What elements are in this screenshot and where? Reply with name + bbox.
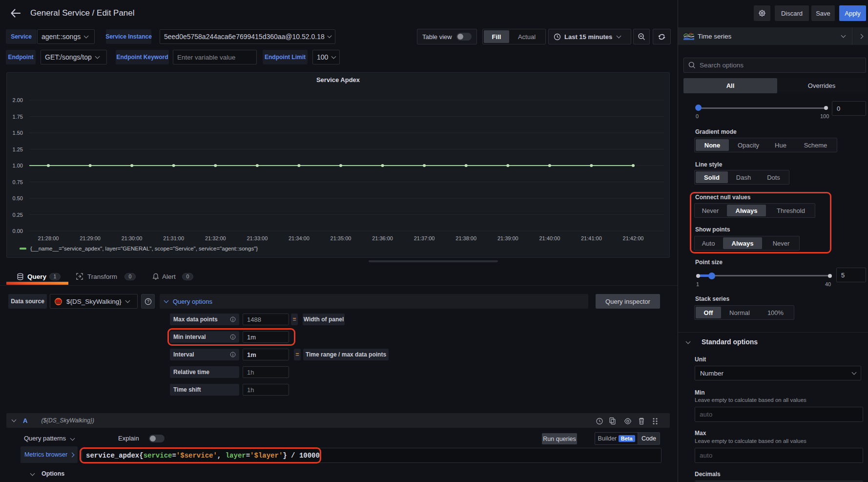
svg-text:21:29:00: 21:29:00	[80, 235, 101, 241]
svg-text:21:32:00: 21:32:00	[205, 235, 226, 241]
svg-text:21:30:00: 21:30:00	[122, 235, 143, 241]
svg-text:0.75: 0.75	[13, 179, 23, 185]
svg-text:?: ?	[147, 299, 149, 304]
svg-text:21:34:00: 21:34:00	[289, 235, 310, 241]
svg-text:21:36:00: 21:36:00	[372, 235, 393, 241]
svg-text:0.00: 0.00	[13, 228, 23, 234]
svg-text:1.75: 1.75	[13, 114, 23, 120]
svg-text:21:31:00: 21:31:00	[163, 235, 184, 241]
svg-text:21:38:00: 21:38:00	[455, 235, 476, 241]
svg-text:21:35:00: 21:35:00	[331, 235, 351, 241]
svg-text:21:28:00: 21:28:00	[38, 235, 59, 241]
svg-text:21:33:00: 21:33:00	[247, 235, 268, 241]
svg-text:{__name__="service_apdex", lay: {__name__="service_apdex", layer="GENERA…	[30, 246, 258, 251]
svg-text:21:40:00: 21:40:00	[539, 235, 560, 241]
svg-text:2.00: 2.00	[13, 97, 23, 103]
svg-text:1.25: 1.25	[13, 147, 23, 152]
svg-text:21:41:00: 21:41:00	[581, 235, 602, 241]
svg-text:1.00: 1.00	[13, 163, 23, 168]
svg-text:1.50: 1.50	[13, 130, 23, 136]
svg-text:21:37:00: 21:37:00	[414, 235, 435, 241]
svg-text:0.50: 0.50	[13, 195, 23, 201]
svg-text:21:39:00: 21:39:00	[497, 235, 518, 241]
svg-text:21:42:00: 21:42:00	[623, 235, 644, 241]
svg-text:0.25: 0.25	[13, 212, 23, 218]
